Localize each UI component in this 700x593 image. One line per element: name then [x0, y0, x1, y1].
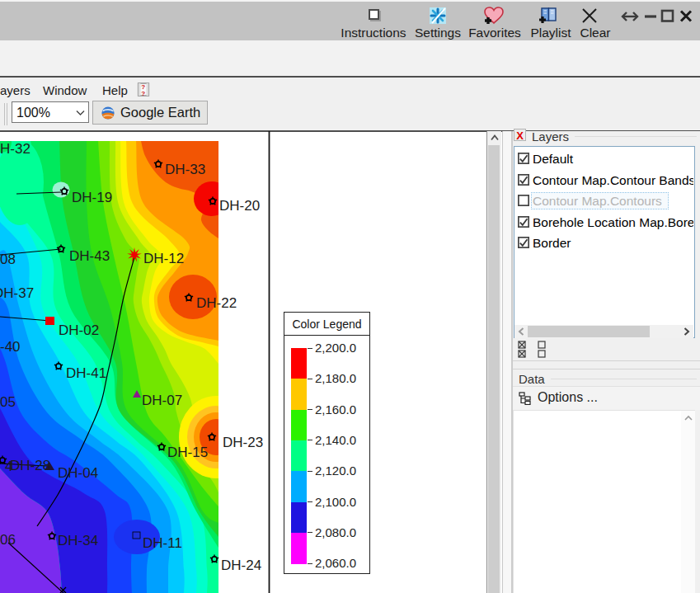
svg-text:08: 08 — [0, 252, 16, 267]
svg-text:DH-07: DH-07 — [142, 393, 182, 408]
svg-text:?: ? — [141, 90, 145, 97]
svg-text:DH-19: DH-19 — [72, 190, 112, 205]
svg-text:DH-12: DH-12 — [143, 251, 184, 266]
svg-text:DH-15: DH-15 — [167, 445, 208, 460]
svg-text:DH-02: DH-02 — [59, 322, 99, 338]
svg-text:H-32: H-32 — [0, 141, 31, 157]
svg-text:06: 06 — [0, 532, 16, 548]
svg-text:DH-11: DH-11 — [143, 535, 182, 551]
svg-text:DH-22: DH-22 — [196, 295, 237, 311]
svg-text:DH-43: DH-43 — [69, 248, 110, 264]
svg-text:DH-34: DH-34 — [58, 533, 98, 548]
svg-text:DH-37: DH-37 — [0, 285, 34, 301]
svg-text:DH-33: DH-33 — [165, 162, 205, 177]
svg-text:DH-24: DH-24 — [221, 558, 261, 573]
svg-text:05: 05 — [0, 394, 16, 410]
svg-text:DH-20: DH-20 — [219, 198, 260, 214]
svg-text:DH-23: DH-23 — [223, 435, 263, 450]
svg-text:4: 4 — [5, 459, 12, 474]
svg-text:DH-04: DH-04 — [58, 465, 98, 481]
svg-text:DH-41: DH-41 — [66, 365, 106, 381]
svg-text:-40: -40 — [0, 339, 21, 355]
svg-text:DH-28: DH-28 — [10, 458, 50, 473]
